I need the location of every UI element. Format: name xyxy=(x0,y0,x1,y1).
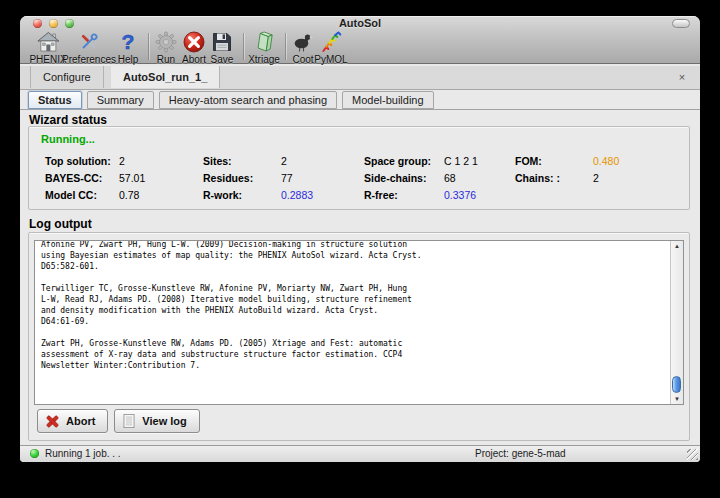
field-label: Model CC: xyxy=(45,189,119,201)
view-log-button[interactable]: View log xyxy=(114,409,199,433)
abort-button[interactable]: Abort xyxy=(37,409,108,433)
view-log-button-label: View log xyxy=(142,415,186,427)
field-value: C 1 2 1 xyxy=(444,155,515,167)
autosol-window: AutoSol PHENIX xyxy=(20,16,700,462)
field-value: 77 xyxy=(281,172,364,184)
field-value: 2 xyxy=(281,155,364,167)
xtriage-button[interactable]: Xtriage xyxy=(248,30,280,65)
resize-grip[interactable] xyxy=(687,449,698,460)
preferences-tools-icon xyxy=(77,30,101,54)
field-label: Side-chains: xyxy=(364,172,444,184)
wizard-status-grid: Top solution: 2 Sites: 2 Space group: C … xyxy=(45,152,681,203)
scrollbar-down-icon[interactable]: ▼ xyxy=(671,394,683,404)
tab-model-building[interactable]: Model-building xyxy=(342,91,434,109)
toolbar-item-label: Xtriage xyxy=(248,54,280,65)
toolbar: PHENIX Preferences ? xyxy=(20,29,700,63)
abort-toolbar-button[interactable]: Abort xyxy=(182,30,206,65)
scrollbar-thumb[interactable] xyxy=(672,376,681,393)
tab-heavy-atom-search-and-phasing[interactable]: Heavy-atom search and phasing xyxy=(159,91,337,109)
running-status-text: Running... xyxy=(41,133,95,145)
field-label: Residues: xyxy=(203,172,281,184)
save-icon xyxy=(210,30,234,54)
field-label: BAYES-CC: xyxy=(45,172,119,184)
phenix-button[interactable]: PHENIX xyxy=(29,30,66,65)
project-label: Project: gene-5-mad xyxy=(475,446,566,461)
toolbar-item-label: PHENIX xyxy=(29,54,66,65)
field-value: 57.01 xyxy=(119,172,203,184)
tab-summary[interactable]: Summary xyxy=(87,91,154,109)
log-text: Afonine PV, Zwart PH, Hung L-W. (2009) D… xyxy=(41,240,667,403)
field-label: FOM: xyxy=(515,155,593,167)
log-output-panel: Afonine PV, Zwart PH, Hung L-W. (2009) D… xyxy=(28,232,690,441)
help-icon: ? xyxy=(116,30,140,54)
pymol-button[interactable]: PyMOL xyxy=(314,30,347,65)
window-header: AutoSol PHENIX xyxy=(20,16,700,64)
wizard-status-panel: Running... Top solution: 2 Sites: 2 Spac… xyxy=(28,126,690,210)
coot-bird-icon xyxy=(291,30,315,54)
field-label: Sites: xyxy=(203,155,281,167)
tab-status[interactable]: Status xyxy=(28,91,82,109)
field-label: Top solution: xyxy=(45,155,119,167)
log-output-heading: Log output xyxy=(29,217,92,231)
close-tab-icon[interactable]: × xyxy=(676,70,688,84)
toolbar-toggle-button[interactable] xyxy=(672,19,690,28)
field-label: R-work: xyxy=(203,189,281,201)
abort-button-label: Abort xyxy=(66,415,95,427)
toolbar-item-label: Preferences xyxy=(62,54,116,65)
field-value: 0.78 xyxy=(119,189,203,201)
xtriage-crystal-icon xyxy=(252,30,276,54)
help-button[interactable]: ? Help xyxy=(116,30,140,65)
toolbar-separator xyxy=(243,33,244,60)
field-value-r-work: 0.2883 xyxy=(281,189,364,201)
field-label: R-free: xyxy=(364,189,444,201)
toolbar-separator xyxy=(285,33,286,60)
svg-text:?: ? xyxy=(122,30,135,53)
tab-autosol-run-1[interactable]: AutoSol_run_1_ xyxy=(111,66,220,88)
field-value: 2 xyxy=(119,155,203,167)
scrollbar-up-icon[interactable]: ▲ xyxy=(671,241,683,251)
field-value-r-free: 0.3376 xyxy=(444,189,515,201)
run-gear-icon xyxy=(154,30,178,54)
job-status-text: Running 1 job. . . xyxy=(45,446,121,461)
log-text-area[interactable]: Afonine PV, Zwart PH, Hung L-W. (2009) D… xyxy=(34,240,684,405)
field-value-fom: 0.480 xyxy=(593,155,681,167)
preferences-button[interactable]: Preferences xyxy=(62,30,116,65)
toolbar-separator xyxy=(148,33,149,60)
toolbar-item-label: Run xyxy=(157,54,175,65)
abort-x-icon xyxy=(45,414,60,429)
status-led-icon xyxy=(30,449,39,458)
view-tab-bar: Status Summary Heavy-atom search and pha… xyxy=(20,90,700,110)
status-bar: Running 1 job. . . Project: gene-5-mad xyxy=(20,445,700,462)
toolbar-item-label: Coot xyxy=(292,54,313,65)
phenix-home-icon xyxy=(36,30,60,54)
toolbar-item-label: PyMOL xyxy=(314,54,347,65)
tab-configure[interactable]: Configure xyxy=(30,66,104,88)
coot-button[interactable]: Coot xyxy=(291,30,315,65)
field-label: Chains: : xyxy=(515,172,593,184)
pymol-icon xyxy=(319,30,343,54)
view-log-document-icon xyxy=(122,413,136,429)
run-button[interactable]: Run xyxy=(154,30,178,65)
document-tab-bar: Configure AutoSol_run_1_ × xyxy=(20,66,700,90)
field-value: 2 xyxy=(593,172,681,184)
save-button[interactable]: Save xyxy=(210,30,234,65)
toolbar-item-label: Abort xyxy=(182,54,206,65)
field-value: 68 xyxy=(444,172,515,184)
toolbar-item-label: Help xyxy=(118,54,139,65)
field-label: Space group: xyxy=(364,155,444,167)
wizard-status-heading: Wizard status xyxy=(29,113,107,127)
toolbar-item-label: Save xyxy=(211,54,234,65)
abort-icon xyxy=(182,30,206,54)
log-scrollbar[interactable]: ▲ ▼ xyxy=(670,241,683,404)
